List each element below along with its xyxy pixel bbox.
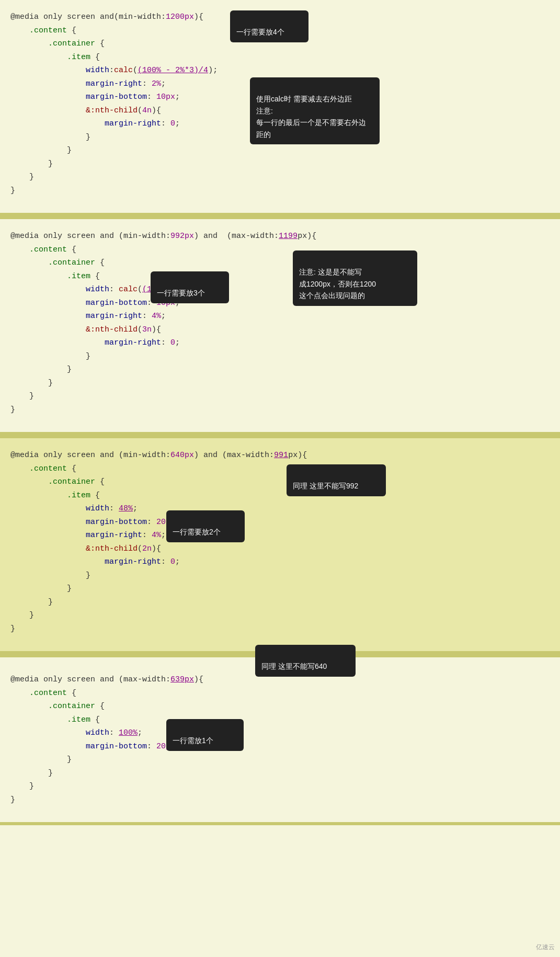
code-line: } bbox=[10, 609, 550, 622]
code-line: } bbox=[10, 170, 550, 184]
code-line: margin-right: 0; bbox=[10, 117, 550, 131]
code-line: width: 48%; bbox=[10, 502, 550, 516]
code-line: margin-right: 0; bbox=[10, 336, 550, 350]
code-line: margin-bottom: 10px; bbox=[10, 297, 550, 310]
code-line: margin-right: 0; bbox=[10, 555, 550, 569]
section-1: @media only screen and(min-width:1200px)… bbox=[0, 0, 560, 216]
code-line: margin-right: 4%; bbox=[10, 529, 550, 542]
code-line: } bbox=[10, 596, 550, 609]
code-line: } bbox=[10, 390, 550, 403]
code-line: } bbox=[10, 780, 550, 793]
section-3: @media only screen and (min-width:640px)… bbox=[0, 435, 560, 654]
code-line: margin-bottom: 10px; bbox=[10, 90, 550, 104]
code-line: .item { bbox=[10, 489, 550, 503]
code-line: margin-bottom: 20px; bbox=[10, 516, 550, 529]
code-line: &:nth-child(2n){ bbox=[10, 542, 550, 556]
code-line: .content { bbox=[10, 462, 550, 476]
code-line: width:calc((100% - 2%*3)/4); bbox=[10, 64, 550, 77]
code-line: } bbox=[10, 144, 550, 157]
code-line: width: calc((100% - 4%*2)/3); bbox=[10, 283, 550, 297]
code-line: } bbox=[10, 131, 550, 144]
code-line: width: 100%; bbox=[10, 726, 550, 740]
code-line: @media only screen and (min-width:640px)… bbox=[10, 449, 550, 462]
code-line: } bbox=[10, 157, 550, 171]
code-line: margin-right: 2%; bbox=[10, 77, 550, 91]
code-line: } bbox=[10, 767, 550, 780]
code-line: @media only screen and (max-width:639px)… bbox=[10, 673, 550, 687]
code-line: margin-right: 4%; bbox=[10, 310, 550, 323]
code-line: } bbox=[10, 403, 550, 417]
code-line: margin-bottom: 20px; bbox=[10, 740, 550, 754]
code-block-4: @media only screen and (max-width:639px)… bbox=[10, 673, 550, 806]
code-line: .container { bbox=[10, 700, 550, 713]
code-block-2: @media only screen and (min-width:992px)… bbox=[10, 230, 550, 416]
code-line: .content { bbox=[10, 687, 550, 700]
code-line: } bbox=[10, 793, 550, 807]
code-line: } bbox=[10, 184, 550, 198]
code-line: @media only screen and(min-width:1200px)… bbox=[10, 10, 550, 24]
section-4: 同理 这里不能写640 @media only screen and (max-… bbox=[0, 654, 560, 825]
code-line: } bbox=[10, 622, 550, 636]
code-line: .container { bbox=[10, 37, 550, 51]
code-line: @media only screen and (min-width:992px)… bbox=[10, 230, 550, 243]
code-line: .item { bbox=[10, 270, 550, 283]
code-block-3: @media only screen and (min-width:640px)… bbox=[10, 449, 550, 635]
code-line: } bbox=[10, 569, 550, 583]
code-line: } bbox=[10, 582, 550, 596]
code-line: &:nth-child(4n){ bbox=[10, 104, 550, 118]
code-line: } bbox=[10, 350, 550, 363]
code-line: .container { bbox=[10, 475, 550, 489]
code-line: } bbox=[10, 377, 550, 390]
code-line: &:nth-child(3n){ bbox=[10, 323, 550, 337]
code-line: .container { bbox=[10, 256, 550, 270]
code-line: .content { bbox=[10, 24, 550, 38]
code-line: .item { bbox=[10, 713, 550, 727]
code-line: } bbox=[10, 363, 550, 377]
code-line: } bbox=[10, 753, 550, 767]
code-block-1: @media only screen and(min-width:1200px)… bbox=[10, 10, 550, 197]
code-line: .content { bbox=[10, 243, 550, 257]
section-2: @media only screen and (min-width:992px)… bbox=[0, 216, 560, 435]
code-line: .item { bbox=[10, 51, 550, 64]
